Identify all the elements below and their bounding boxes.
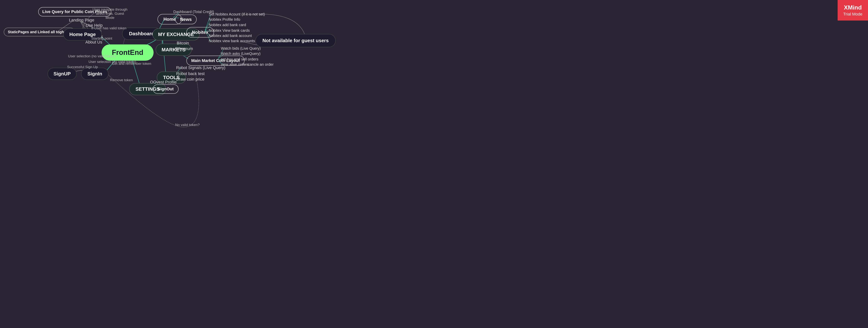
xmind-trial: Trial Mode <box>843 11 862 17</box>
dashboardtotalcredit-label: Dashboard (Total Credit) <box>173 10 214 14</box>
watchasks-label: Watch asks (LiveQuery) <box>221 52 260 56</box>
news-node[interactable]: News <box>175 15 197 24</box>
notavailable-node[interactable]: Not available for guest users <box>255 34 336 47</box>
novalidtoken-label: No valid token? <box>175 123 199 127</box>
startingpoint-label: Starting point <box>91 36 112 40</box>
removetoken-label: Remove token <box>110 78 133 82</box>
robotsignals-label: Robot Signals (Live Query) <box>176 65 225 70</box>
cancelorder-label: cancle an order <box>248 62 274 66</box>
signup-node[interactable]: SignUP <box>48 68 76 80</box>
ifvalidtoken-label: If User has valid token <box>91 26 126 30</box>
nobitexaddaccount-label: Nobitex add bank account <box>209 34 252 38</box>
watchbids-label: Watch bids (Live Query) <box>221 46 261 51</box>
nobitexviewcards-label: Nobitex View bank cards <box>209 28 250 33</box>
nobitexprofile-label: Nobitex Profile Info <box>209 17 240 22</box>
nobitexaddbank-label: Nobitex add bank card <box>209 23 246 27</box>
xmind-badge: XMind Trial Mode <box>838 0 868 21</box>
viewalive-label: view alive orders <box>221 62 249 66</box>
nobitexviewaccounts-label: Nobitex view bank accounts <box>209 39 255 43</box>
landingpage-label: Landing Page <box>69 18 94 23</box>
oovestprofile-label: OOvest Profile <box>150 80 177 85</box>
setnobitex-label: Set Nobitex Acount (If it is not set) <box>209 12 265 17</box>
robotbacktest-label: Robot back test <box>176 71 205 76</box>
setbuysell-label: set buy and sell orders <box>221 57 258 61</box>
xmind-title: XMind <box>843 4 862 11</box>
userselection1-label: User selection (no valid token) <box>68 54 116 58</box>
usernavigate-label: User navigate through direct links. Gues… <box>91 7 129 20</box>
ethereum-label: Ethereum <box>175 46 193 51</box>
signin-node[interactable]: SignIn <box>81 68 108 80</box>
getremembertoken-label: Get and remember token <box>112 62 151 66</box>
bitcoin-label: Bitcoin <box>177 41 189 46</box>
signout-node[interactable]: SignOut <box>153 84 179 94</box>
drawcoinprice-label: Draw coin price <box>176 77 205 82</box>
successfulsignup-label: Successful Sign Up <box>67 65 98 69</box>
